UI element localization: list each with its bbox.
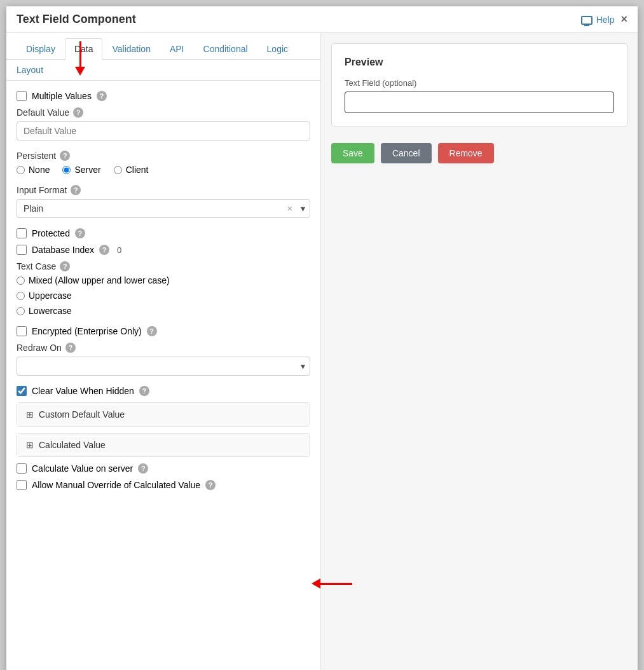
protected-label: Protected: [32, 228, 70, 238]
persistent-none: None: [17, 165, 50, 175]
preview-field-label: Text Field (optional): [345, 78, 614, 88]
tab-data[interactable]: Data: [65, 38, 103, 60]
persistent-group: Persistent ? None Server: [17, 151, 310, 175]
preview-input[interactable]: [345, 92, 614, 113]
preview-title: Preview: [345, 57, 614, 68]
allow-manual-label: Allow Manual Override of Calculated Valu…: [32, 480, 200, 490]
tab-layout[interactable]: Layout: [17, 65, 43, 75]
redraw-on-help-icon[interactable]: ?: [65, 343, 76, 353]
header-right: Help ×: [581, 13, 627, 26]
calculate-server-help-icon[interactable]: ?: [138, 463, 148, 474]
persistent-help-icon[interactable]: ?: [60, 151, 70, 161]
clear-value-help-icon[interactable]: ?: [139, 386, 149, 396]
persistent-server: Server: [62, 165, 100, 175]
encrypted-group: Encrypted (Enterprise Only) ?: [17, 326, 310, 336]
custom-default-section: ⊞ Custom Default Value: [17, 402, 310, 427]
database-index-group: Database Index ? 0: [17, 245, 310, 255]
monitor-icon: [581, 16, 593, 25]
persistent-server-label: Server: [74, 165, 100, 175]
tab-conditional[interactable]: Conditional: [194, 38, 257, 60]
save-button[interactable]: Save: [331, 143, 374, 163]
text-case-group: Text Case ? Mixed (Allow upper and lower…: [17, 261, 310, 316]
tab-api[interactable]: API: [160, 38, 194, 60]
multiple-values-help-icon[interactable]: ?: [97, 91, 107, 101]
database-index-badge: 0: [117, 245, 121, 255]
calculated-value-section: ⊞ Calculated Value: [17, 433, 310, 457]
calculate-server-checkbox[interactable]: [17, 463, 27, 474]
text-case-uppercase-radio[interactable]: [17, 292, 25, 300]
persistent-none-radio[interactable]: [17, 166, 25, 174]
input-format-help-icon[interactable]: ?: [71, 185, 81, 195]
text-case-lowercase-label: Lowercase: [29, 306, 72, 316]
default-value-label: Default Value: [17, 107, 69, 118]
custom-default-label: Custom Default Value: [39, 409, 125, 420]
persistent-none-label: None: [29, 165, 50, 175]
allow-manual-help-icon[interactable]: ?: [205, 480, 216, 490]
help-link[interactable]: Help: [581, 15, 615, 25]
default-value-input[interactable]: [17, 121, 310, 140]
clear-value-checkbox[interactable]: [17, 386, 27, 396]
calculated-value-header[interactable]: ⊞ Calculated Value: [17, 434, 310, 456]
multiple-values-checkbox[interactable]: [17, 91, 27, 101]
modal-body: Display Data Validation API Conditional …: [6, 33, 638, 670]
database-index-label: Database Index: [32, 245, 94, 255]
tab-validation[interactable]: Validation: [102, 38, 160, 60]
text-case-lowercase: Lowercase: [17, 306, 310, 316]
multiple-values-label: Multiple Values: [32, 91, 92, 101]
protected-help-icon[interactable]: ?: [75, 228, 85, 238]
clear-value-label: Clear Value When Hidden: [32, 386, 134, 396]
input-format-group: Input Format ? Plain HTML Plain Text × ▾: [17, 185, 310, 218]
persistent-client-label: Client: [126, 165, 149, 175]
select-clear-icon[interactable]: ×: [287, 203, 292, 214]
protected-group: Protected ?: [17, 228, 310, 238]
preview-box: Preview Text Field (optional): [331, 43, 627, 126]
text-case-lowercase-radio[interactable]: [17, 307, 25, 315]
text-case-mixed-label: Mixed (Allow upper and lower case): [29, 275, 170, 285]
close-button[interactable]: ×: [620, 13, 627, 26]
text-case-mixed: Mixed (Allow upper and lower case): [17, 275, 310, 285]
default-value-help-icon[interactable]: ?: [73, 107, 83, 118]
text-case-label: Text Case: [17, 261, 56, 271]
text-case-uppercase: Uppercase: [17, 291, 310, 301]
persistent-server-radio[interactable]: [62, 166, 71, 174]
persistent-client-radio[interactable]: [114, 166, 122, 174]
redraw-on-select[interactable]: [17, 357, 310, 376]
persistent-client: Client: [114, 165, 149, 175]
modal-header: Text Field Component Help ×: [6, 6, 638, 33]
left-panel: Display Data Validation API Conditional …: [6, 33, 321, 670]
calculate-server-group: Calculate Value on server ?: [17, 463, 310, 474]
custom-default-header[interactable]: ⊞ Custom Default Value: [17, 403, 310, 426]
text-case-uppercase-label: Uppercase: [29, 291, 72, 301]
cancel-button[interactable]: Cancel: [381, 143, 432, 163]
tab-display[interactable]: Display: [17, 38, 65, 60]
encrypted-label: Encrypted (Enterprise Only): [32, 326, 142, 336]
custom-default-expand-icon: ⊞: [26, 409, 34, 420]
input-format-select[interactable]: Plain HTML Plain Text: [17, 199, 310, 218]
encrypted-help-icon[interactable]: ?: [147, 326, 157, 336]
calculated-value-expand-icon: ⊞: [26, 440, 34, 450]
encrypted-checkbox[interactable]: [17, 326, 27, 336]
redraw-on-select-wrapper: ▾: [17, 357, 310, 376]
right-panel: Preview Text Field (optional) Save Cance…: [321, 33, 638, 670]
clear-value-group: Clear Value When Hidden ?: [17, 386, 310, 396]
database-index-checkbox[interactable]: [17, 245, 27, 255]
input-format-label: Input Format: [17, 185, 67, 195]
text-case-mixed-radio[interactable]: [17, 277, 25, 285]
form-area: Multiple Values ? Default Value ? Persis…: [6, 81, 320, 670]
tab-logic[interactable]: Logic: [257, 38, 298, 60]
persistent-radio-group: None Server Client: [17, 165, 310, 175]
persistent-label: Persistent: [17, 151, 56, 161]
action-buttons: Save Cancel Remove: [331, 143, 627, 163]
modal-container: Text Field Component Help × Display Data…: [6, 6, 638, 670]
calculated-value-label: Calculated Value: [39, 440, 106, 450]
tab-layout-row: Layout: [6, 60, 320, 81]
protected-checkbox[interactable]: [17, 228, 27, 238]
text-case-help-icon[interactable]: ?: [60, 261, 70, 271]
database-index-help-icon[interactable]: ?: [99, 245, 109, 255]
allow-manual-group: Allow Manual Override of Calculated Valu…: [17, 480, 310, 490]
modal-title: Text Field Component: [17, 13, 136, 26]
remove-button[interactable]: Remove: [438, 143, 494, 163]
tabs-row: Display Data Validation API Conditional …: [6, 33, 320, 60]
default-value-group: Default Value ?: [17, 107, 310, 140]
allow-manual-checkbox[interactable]: [17, 480, 27, 490]
